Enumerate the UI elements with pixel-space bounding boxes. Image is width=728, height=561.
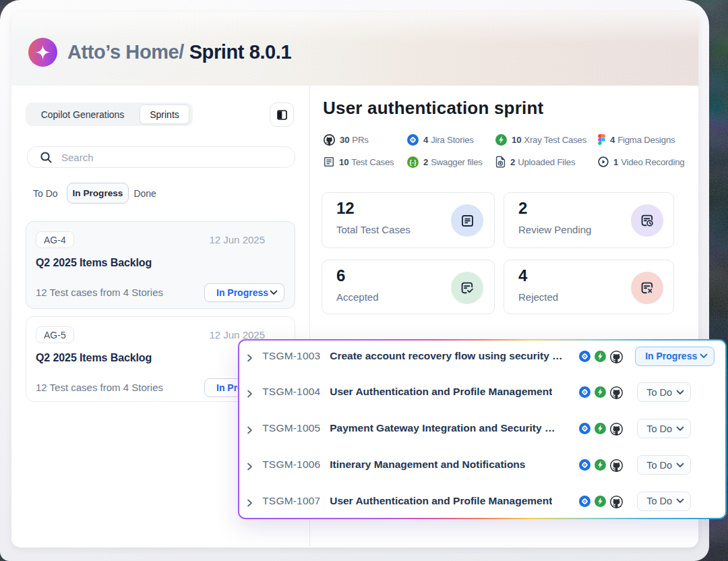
- svg-text:{-}: {-}: [409, 158, 417, 165]
